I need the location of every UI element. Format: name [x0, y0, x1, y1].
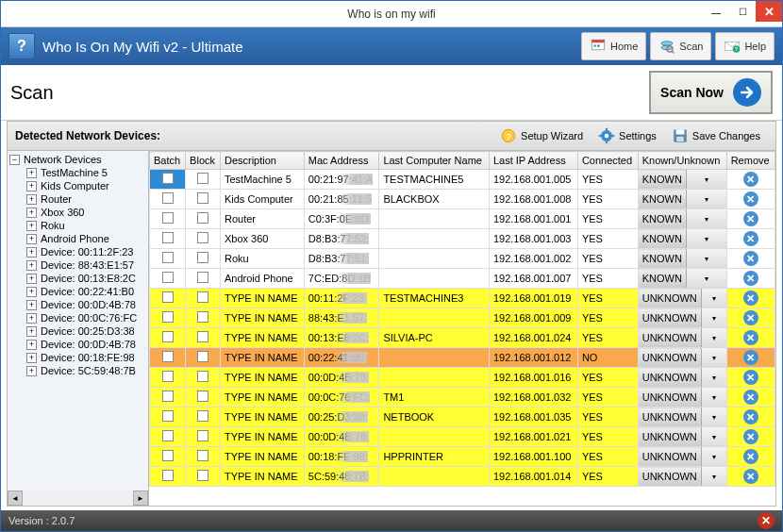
tree-collapse-icon[interactable]: −: [9, 155, 20, 165]
table-row[interactable]: TYPE IN NAME5C:59:48:7B:192.168.001.014Y…: [150, 467, 775, 487]
remove-button[interactable]: ✕: [726, 407, 775, 427]
description-cell[interactable]: TYPE IN NAME: [220, 348, 304, 368]
setup-wizard-button[interactable]: ? Setup Wizard: [492, 125, 591, 146]
batch-checkbox[interactable]: [150, 427, 186, 447]
table-row[interactable]: TestMachine 500:21:97:41:ATESTMACHINE519…: [150, 170, 775, 190]
chevron-down-icon[interactable]: ▾: [701, 348, 726, 367]
tree-expand-icon[interactable]: +: [26, 274, 37, 284]
known-select[interactable]: UNKNOWN▾: [638, 467, 726, 487]
tree-expand-icon[interactable]: +: [26, 287, 37, 297]
remove-button[interactable]: ✕: [726, 229, 775, 249]
help-button[interactable]: ? Help: [715, 32, 775, 60]
batch-checkbox[interactable]: [150, 407, 186, 427]
tree-item[interactable]: +Device: 00:0D:4B:78: [26, 298, 146, 311]
known-select[interactable]: UNKNOWN▾: [638, 348, 726, 368]
tree-item[interactable]: +Device: 00:11:2F:23: [26, 245, 146, 258]
table-row[interactable]: TYPE IN NAME00:0D:4B:78:192.168.001.021Y…: [150, 427, 775, 447]
batch-checkbox[interactable]: [150, 388, 186, 407]
block-checkbox[interactable]: [186, 328, 221, 348]
chevron-down-icon[interactable]: ▾: [701, 368, 726, 387]
status-close-icon[interactable]: ✕: [758, 512, 775, 529]
tree-expand-icon[interactable]: +: [26, 326, 37, 337]
scan-button[interactable]: Scan: [650, 32, 711, 60]
tree-expand-icon[interactable]: +: [26, 234, 37, 244]
table-row[interactable]: TYPE IN NAME00:0C:76:FC:TM1192.168.001.0…: [150, 388, 775, 407]
device-grid[interactable]: Batch Block Description Mac Address Last…: [149, 151, 775, 506]
remove-button[interactable]: ✕: [726, 328, 775, 348]
block-checkbox[interactable]: [186, 388, 221, 407]
remove-button[interactable]: ✕: [726, 269, 775, 289]
col-mac[interactable]: Mac Address: [304, 152, 379, 170]
block-checkbox[interactable]: [186, 467, 221, 487]
scroll-right-icon[interactable]: ►: [133, 490, 148, 506]
table-row[interactable]: TYPE IN NAME00:11:2F:23:TESTMACHINE3192.…: [150, 289, 775, 308]
remove-button[interactable]: ✕: [726, 368, 775, 388]
settings-button[interactable]: Settings: [591, 125, 664, 146]
table-row[interactable]: RouterC0:3F:0E:8D:192.168.001.001YESKNOW…: [150, 209, 775, 229]
known-select[interactable]: KNOWN▾: [638, 249, 726, 269]
tree-item[interactable]: +Router: [26, 192, 146, 206]
save-changes-button[interactable]: Save Changes: [664, 125, 768, 146]
description-cell[interactable]: Roku: [220, 249, 304, 269]
remove-button[interactable]: ✕: [726, 467, 775, 487]
batch-checkbox[interactable]: [150, 308, 186, 328]
tree-expand-icon[interactable]: +: [26, 366, 37, 376]
col-block[interactable]: Block: [186, 152, 221, 170]
description-cell[interactable]: TYPE IN NAME: [220, 467, 304, 487]
chevron-down-icon[interactable]: ▾: [686, 229, 726, 248]
remove-button[interactable]: ✕: [726, 170, 775, 190]
col-remove[interactable]: Remove: [726, 152, 775, 170]
tree-expand-icon[interactable]: +: [26, 181, 37, 191]
tree-item[interactable]: +Device: 00:13:E8:2C: [26, 272, 146, 285]
chevron-down-icon[interactable]: ▾: [686, 269, 726, 288]
tree-scrollbar[interactable]: ◄ ►: [8, 490, 148, 506]
table-row[interactable]: TYPE IN NAME00:25:D3:38:NETBOOK192.168.0…: [150, 407, 775, 427]
known-select[interactable]: KNOWN▾: [638, 209, 726, 229]
chevron-down-icon[interactable]: ▾: [701, 427, 726, 446]
block-checkbox[interactable]: [186, 170, 221, 190]
table-row[interactable]: Xbox 360D8:B3:77:52:192.168.001.003YESKN…: [150, 229, 775, 249]
batch-checkbox[interactable]: [150, 348, 186, 368]
chevron-down-icon[interactable]: ▾: [701, 328, 726, 347]
batch-checkbox[interactable]: [150, 209, 186, 229]
tree-expand-icon[interactable]: +: [26, 353, 37, 363]
block-checkbox[interactable]: [186, 289, 221, 308]
description-cell[interactable]: Android Phone: [220, 269, 304, 289]
tree-item[interactable]: +Device: 00:22:41:B0: [26, 285, 146, 298]
maximize-button[interactable]: ☐: [729, 1, 756, 22]
known-select[interactable]: KNOWN▾: [638, 190, 726, 209]
known-select[interactable]: UNKNOWN▾: [638, 407, 726, 427]
description-cell[interactable]: TYPE IN NAME: [220, 388, 304, 407]
tree-item[interactable]: +Device: 5C:59:48:7B: [26, 364, 146, 377]
device-tree[interactable]: − Network Devices +TestMachine 5+Kids Co…: [8, 151, 149, 506]
known-select[interactable]: UNKNOWN▾: [638, 427, 726, 447]
tree-expand-icon[interactable]: +: [26, 340, 37, 350]
tree-item[interactable]: +TestMachine 5: [26, 166, 146, 179]
chevron-down-icon[interactable]: ▾: [686, 190, 726, 208]
description-cell[interactable]: Router: [220, 209, 304, 229]
batch-checkbox[interactable]: [150, 368, 186, 388]
block-checkbox[interactable]: [186, 190, 221, 209]
tree-root[interactable]: − Network Devices: [9, 153, 146, 166]
col-batch[interactable]: Batch: [150, 152, 186, 170]
col-ip[interactable]: Last IP Address: [489, 152, 577, 170]
batch-checkbox[interactable]: [150, 269, 186, 289]
table-row[interactable]: TYPE IN NAME00:0D:4B:78:192.168.001.016Y…: [150, 368, 775, 388]
tree-expand-icon[interactable]: +: [26, 221, 37, 231]
description-cell[interactable]: TYPE IN NAME: [220, 368, 304, 388]
tree-expand-icon[interactable]: +: [26, 260, 37, 271]
known-select[interactable]: UNKNOWN▾: [638, 289, 726, 308]
known-select[interactable]: UNKNOWN▾: [638, 308, 726, 328]
tree-item[interactable]: +Xbox 360: [26, 206, 146, 219]
tree-item[interactable]: +Device: 00:0C:76:FC: [26, 311, 146, 324]
block-checkbox[interactable]: [186, 427, 221, 447]
batch-checkbox[interactable]: [150, 170, 186, 190]
description-cell[interactable]: TYPE IN NAME: [220, 328, 304, 348]
table-row[interactable]: TYPE IN NAME00:13:E8:2C:SILVIA-PC192.168…: [150, 328, 775, 348]
table-row[interactable]: TYPE IN NAME88:43:E1:57:192.168.001.009Y…: [150, 308, 775, 328]
block-checkbox[interactable]: [186, 348, 221, 368]
table-row[interactable]: RokuD8:B3:77:51:192.168.001.002YESKNOWN▾…: [150, 249, 775, 269]
tree-item[interactable]: +Roku: [26, 219, 146, 232]
chevron-down-icon[interactable]: ▾: [701, 467, 726, 486]
batch-checkbox[interactable]: [150, 249, 186, 269]
